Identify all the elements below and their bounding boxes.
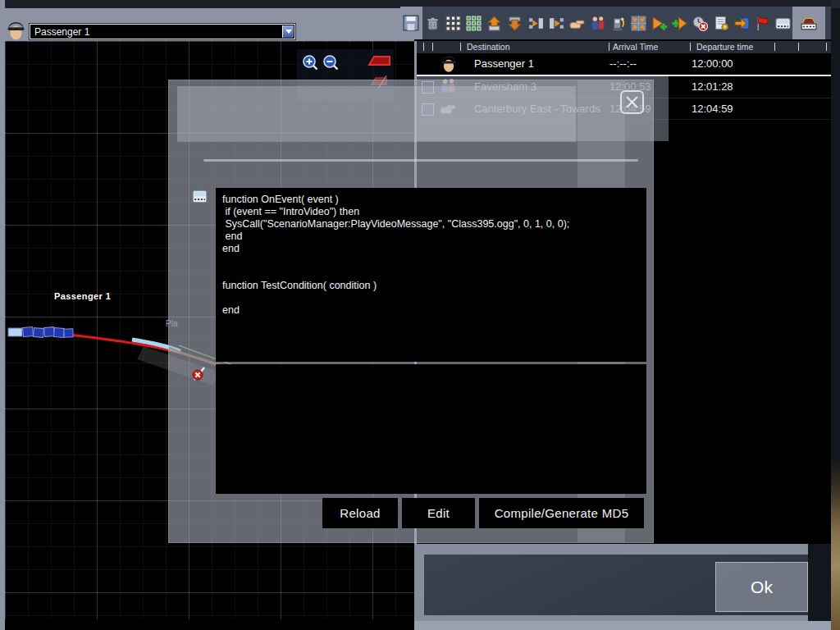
tunnel-icon (801, 15, 817, 31)
zoom-out-button[interactable] (322, 54, 340, 71)
row-departure: 12:00:00 (692, 57, 733, 70)
window-right-edge (831, 0, 840, 630)
compile-output-area (216, 364, 646, 494)
scenario-editor-window: Passenger 1 (0, 0, 840, 630)
chevron-down-icon[interactable] (282, 25, 294, 38)
passengers-icon[interactable] (590, 16, 605, 31)
fuel-point-icon[interactable] (610, 16, 626, 31)
driver-select-value: Passenger 1 (30, 26, 282, 38)
flag-icon[interactable] (755, 16, 770, 31)
driver-select[interactable]: Passenger 1 (30, 24, 295, 39)
delete-icon[interactable] (425, 16, 441, 31)
script-properties-icon[interactable] (714, 16, 729, 31)
import-icon[interactable] (486, 16, 502, 31)
red-marker-icon[interactable] (368, 52, 392, 73)
compile-button[interactable]: Compile/Generate MD5 (479, 498, 644, 528)
script-source-icon (192, 189, 208, 203)
save-tool-tile[interactable] (400, 7, 422, 39)
driver-avatar-icon (440, 55, 458, 73)
row-arrival: --:--:-- (609, 57, 637, 70)
row-destination: Passenger 1 (474, 57, 534, 70)
message-board-icon[interactable] (775, 16, 791, 31)
footer-gap (808, 544, 831, 621)
reload-button[interactable]: Reload (322, 498, 398, 528)
hand-icon[interactable] (569, 16, 585, 31)
insert-right-icon[interactable] (549, 16, 564, 31)
driver-avatar-icon (6, 21, 26, 41)
green-grid-icon[interactable] (466, 16, 482, 31)
zoom-in-button[interactable] (302, 54, 319, 71)
timetable-header: Destination Arrival Time Departure time (417, 41, 831, 53)
shift-right-icon[interactable] (528, 16, 544, 31)
window-bottom-strip (414, 621, 831, 630)
col-destination: Destination (467, 42, 510, 52)
col-arrival: Arrival Time (613, 42, 658, 52)
export-icon[interactable] (507, 16, 523, 31)
portal-exit-icon[interactable] (734, 16, 750, 31)
ok-button[interactable]: Ok (715, 562, 808, 612)
script-text: function OnEvent( event ) if (event == "… (217, 189, 646, 317)
dialog-divider (203, 159, 638, 162)
train-consist[interactable] (8, 326, 73, 337)
grid-icon[interactable] (445, 16, 461, 31)
close-icon (622, 92, 642, 112)
edit-button[interactable]: Edit (402, 498, 475, 528)
dialog-buttons: Reload Edit Compile/Generate MD5 (322, 498, 644, 528)
row-departure: 12:04:59 (692, 103, 733, 115)
script-editor-area[interactable]: function OnEvent( event ) if (event == "… (216, 188, 646, 362)
tunnel-tool-tile[interactable] (792, 7, 825, 39)
compile-error-icon (191, 366, 208, 382)
center-view-icon[interactable] (631, 16, 646, 31)
map-train-label: Passenger 1 (54, 291, 111, 301)
timetable-row-selected[interactable]: Passenger 1 --:--:-- 12:00:00 (417, 53, 831, 76)
add-waypoint-icon[interactable] (672, 16, 687, 31)
toolbar-icons (425, 7, 791, 39)
compile-output-text (216, 364, 646, 369)
dialog-header-panel (177, 86, 576, 142)
script-dialog: function OnEvent( event ) if (event == "… (168, 80, 654, 543)
cancel-timer-icon[interactable] (692, 16, 708, 31)
col-departure: Departure time (696, 42, 753, 52)
add-driver-icon[interactable] (651, 16, 667, 31)
close-button[interactable] (620, 90, 644, 114)
save-icon (403, 15, 419, 31)
window-left-frame (0, 0, 5, 630)
row-departure: 12:01:28 (692, 80, 733, 93)
